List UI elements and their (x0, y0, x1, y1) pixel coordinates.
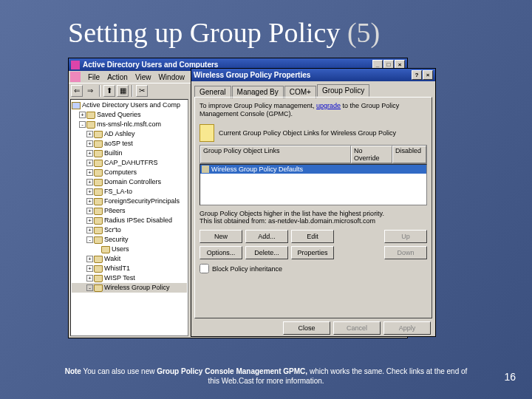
col-no-override[interactable]: No Override (351, 146, 392, 163)
gpo-links-icon (200, 124, 214, 142)
expand-toggle[interactable]: + (86, 265, 93, 272)
props-tabs: General Managed By COM+ Group Policy (194, 84, 432, 97)
current-links-label: Current Group Policy Object Links for Wi… (219, 129, 396, 137)
tab-group-policy[interactable]: Group Policy (317, 84, 369, 97)
col-disabled[interactable]: Disabled (392, 146, 426, 163)
tree-node[interactable]: +Builtin (72, 149, 187, 158)
tree-node[interactable]: +Scr'to (72, 225, 187, 235)
menu-view[interactable]: View (135, 73, 151, 81)
expand-toggle[interactable]: + (86, 227, 93, 233)
gpo-list-header: Group Policy Object Links No Override Di… (200, 145, 427, 164)
tree-node[interactable]: +Saved Queries (72, 110, 187, 120)
ou-icon (94, 256, 103, 263)
gpo-row[interactable]: Wireless Group Policy Defaults (200, 165, 426, 174)
menu-window[interactable]: Window (158, 73, 185, 81)
ou-icon (94, 284, 103, 292)
properties-button[interactable]: Properties (291, 246, 334, 259)
tree-label: P8eers (104, 206, 126, 216)
expand-toggle[interactable]: - (79, 121, 86, 128)
tree-node[interactable]: +Computers (72, 168, 187, 177)
tree-node[interactable]: +aoSP test (72, 139, 187, 149)
expand-toggle[interactable]: - (86, 284, 93, 291)
tree-node[interactable]: +Domain Controllers (72, 177, 187, 187)
tree-label: Wakit (104, 254, 120, 264)
expand-toggle[interactable]: + (86, 160, 93, 166)
help-button[interactable]: ? (412, 70, 422, 80)
options-button[interactable]: Options... (200, 246, 242, 259)
expand-toggle[interactable]: + (79, 112, 86, 118)
upgrade-link[interactable]: upgrade (316, 102, 341, 109)
delete-button[interactable]: Delete... (245, 246, 288, 259)
tree-node[interactable]: +AD Ashley (72, 129, 187, 139)
tree-label: CAP_DAHUTFRS (104, 158, 158, 168)
new-button[interactable]: New (200, 230, 242, 243)
ou-icon (94, 236, 103, 244)
expand-toggle[interactable]: + (86, 208, 93, 214)
up-button[interactable]: Up (384, 230, 427, 243)
tree-node[interactable]: +CAP_DAHUTFRS (72, 158, 187, 168)
title-num: (5) (347, 17, 380, 48)
aduc-tree[interactable]: Active Directory Users and Comp +Saved Q… (70, 99, 188, 336)
expand-toggle[interactable]: + (86, 275, 93, 282)
show-hide-button[interactable]: ▦ (117, 85, 129, 97)
tree-label: Saved Queries (97, 110, 141, 120)
close-dialog-button[interactable]: Close (283, 321, 330, 335)
apply-button[interactable]: Apply (383, 321, 431, 335)
tree-label: FS_LA-to (104, 187, 132, 197)
block-inheritance-input[interactable] (200, 264, 209, 273)
ou-icon (94, 150, 103, 157)
tree-label: Builtin (104, 149, 123, 158)
forward-button[interactable]: ⇒ (84, 85, 96, 97)
tree-node[interactable]: +Wakit (72, 254, 187, 264)
menu-file[interactable]: File (88, 73, 100, 81)
tree-node[interactable]: +Radius IPSec Disabled (72, 216, 187, 225)
expand-toggle[interactable]: - (86, 236, 93, 243)
tree-node[interactable]: Users (72, 245, 187, 254)
tree-label: WISP Test (104, 273, 135, 283)
up-button[interactable]: ⬆ (103, 85, 115, 97)
slide-title: Setting up Group Policy (5) (68, 16, 380, 49)
down-button[interactable]: Down (384, 246, 427, 259)
ou-icon (86, 121, 95, 129)
expand-toggle[interactable]: + (86, 131, 93, 137)
ou-icon (94, 265, 103, 273)
gpo-list[interactable]: Wireless Group Policy Defaults (200, 164, 427, 205)
ou-icon (94, 179, 103, 186)
tree-label: ms-smsl-nlc.msft.com (97, 120, 161, 129)
add-button[interactable]: Add... (245, 230, 288, 243)
tree-node[interactable]: +ForeignSecurityPrincipals (72, 197, 187, 206)
col-links[interactable]: Group Policy Object Links (200, 146, 351, 163)
props-title: Wireless Group Policy Properties (194, 71, 310, 79)
tree-label: WhistlT1 (104, 264, 130, 273)
tree-node[interactable]: +WhistlT1 (72, 264, 187, 273)
ou-icon (94, 208, 103, 215)
expand-toggle[interactable]: + (86, 140, 93, 147)
ou-icon (94, 140, 103, 148)
block-inheritance-checkbox[interactable]: Block Policy inheritance (200, 264, 427, 273)
tree-node[interactable]: -ms-smsl-nlc.msft.com (72, 120, 187, 129)
tree-root[interactable]: Active Directory Users and Comp (72, 100, 187, 110)
expand-toggle[interactable]: + (86, 217, 93, 224)
menu-action[interactable]: Action (107, 73, 128, 81)
ou-icon (94, 188, 103, 196)
expand-toggle[interactable]: + (86, 198, 93, 205)
tree-label: aoSP test (104, 139, 133, 149)
expand-toggle[interactable]: + (86, 179, 93, 185)
cancel-button[interactable]: Cancel (333, 321, 381, 335)
tree-node[interactable]: +WISP Test (72, 273, 187, 283)
back-button[interactable]: ⇐ (71, 85, 83, 97)
gpo-icon (202, 166, 209, 173)
tree-label: Security (104, 235, 129, 245)
expand-toggle[interactable]: + (86, 169, 93, 176)
edit-button[interactable]: Edit (291, 230, 334, 243)
tree-node[interactable]: -Wireless Group Policy (72, 283, 187, 293)
expand-toggle[interactable]: + (86, 150, 93, 157)
expand-toggle[interactable]: + (86, 256, 93, 262)
tree-node[interactable]: -Security (72, 235, 187, 245)
expand-toggle[interactable]: + (86, 188, 93, 195)
slide-note: Note You can also use new Group Policy C… (59, 366, 473, 386)
props-close-button[interactable]: × (423, 70, 433, 80)
tree-node[interactable]: +P8eers (72, 206, 187, 216)
cut-button[interactable]: ✂ (136, 85, 148, 97)
tree-node[interactable]: +FS_LA-to (72, 187, 187, 197)
